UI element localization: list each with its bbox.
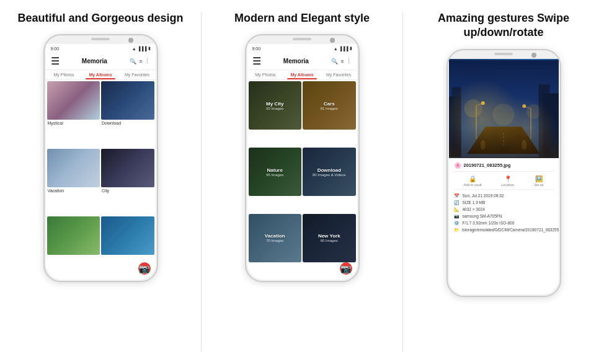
album-count-newyork: 60 Images	[321, 239, 338, 242]
album-item-download[interactable]: Download 80 Images & Videos	[303, 148, 356, 196]
tab-myphotos-1[interactable]: My Photos	[46, 70, 82, 79]
phone-2-speaker	[293, 38, 311, 40]
set-as-label: Set as	[534, 183, 544, 187]
album-overlay-download: Download 80 Images & Videos	[303, 148, 356, 196]
signal-icon-2: ▐▐▐	[339, 47, 349, 51]
album-item-newyork[interactable]: New York 60 Images	[303, 214, 356, 262]
phone-3: 🌸 20190721_083255.jpg 🔒 Add to vault 📍 L…	[446, 49, 561, 297]
album-name-download: Download	[318, 167, 341, 173]
photo-label-vacation: Vacation	[47, 187, 100, 193]
album-count-mycity: 93 Images	[266, 107, 283, 110]
meta-path-text: /storage/emulated/0/DCIM/Camera/20190721…	[462, 228, 559, 232]
search-icon-1[interactable]: 🔍	[130, 58, 136, 64]
tab-myfavs-2[interactable]: My Favorites	[321, 70, 357, 79]
status-bar-2: 9:00 ▲ ▐▐▐ ▮	[247, 44, 357, 53]
meta-dimensions-text: 4032 × 3024	[463, 207, 485, 211]
album-overlay-nature: Nature 95 Images	[249, 148, 302, 196]
photo-grid-1: Mystical Download Vacation City	[46, 80, 156, 280]
photo-thumb-ocean	[101, 216, 154, 255]
folder-icon: 📁	[454, 228, 460, 233]
set-as-btn[interactable]: 🖼️ Set as	[534, 175, 544, 187]
meta-device-text: samsung SM-A705FN	[463, 214, 502, 218]
battery-icon-2: ▮	[350, 46, 352, 51]
fab-1[interactable]: 📷	[138, 262, 151, 275]
photo-cell-city[interactable]: City	[101, 149, 154, 215]
city-photo-full[interactable]	[449, 59, 559, 158]
menu-icon-1[interactable]: ☰	[51, 55, 60, 67]
app-icons-1: 🔍 ≡ ⋮	[130, 58, 150, 64]
more-icon-2[interactable]: ⋮	[346, 58, 352, 64]
photo-label-ocean	[101, 255, 154, 256]
action-row: 🔒 Add to vault 📍 Location 🖼️ Set as	[454, 175, 554, 190]
meta-settings: ⚙️ F/1.7 3.92mm 1/20s ISO-800	[454, 221, 554, 226]
filter-icon-2[interactable]: ≡	[340, 58, 344, 64]
meta-size-text: SIZE 1.9 MB	[463, 200, 486, 205]
photo-cell-plants[interactable]	[47, 216, 100, 278]
album-item-mycity[interactable]: My City 93 Images	[249, 81, 302, 130]
panel-3-title: Amazing gestures Swipe up/down/rotate	[409, 11, 598, 40]
app-title-1: Memoria	[82, 58, 107, 64]
fab-2[interactable]: 📷	[340, 262, 352, 275]
meta-settings-text: F/1.7 3.92mm 1/20s ISO-800	[463, 221, 515, 225]
photo-thumb-plants	[47, 216, 100, 255]
wifi-icon: ▲	[132, 47, 136, 51]
status-bar-1: 9:00 ▲ ▐▐▐ ▮	[46, 44, 156, 53]
size-icon: 🔄	[454, 200, 460, 205]
album-item-cars[interactable]: Cars 81 Images	[303, 81, 356, 130]
panel-2-title: Modern and Elegant style	[234, 11, 370, 25]
meta-dimensions: 📐 4032 × 3024	[454, 207, 554, 212]
location-icon: 📍	[504, 175, 512, 182]
app-icons-2: 🔍 ≡ ⋮	[331, 58, 352, 64]
location-btn[interactable]: 📍 Location	[501, 175, 514, 187]
meta-date-text: Sun, Jul 21 2019 08:32	[463, 193, 504, 198]
app-title-2: Memoria	[283, 58, 309, 64]
app-bar-2: ☰ Memoria 🔍 ≡ ⋮	[247, 53, 357, 70]
panel-1-title: Beautiful and Gorgeous design	[17, 11, 183, 25]
search-icon-2[interactable]: 🔍	[331, 58, 338, 64]
set-as-icon: 🖼️	[535, 175, 543, 182]
phone-2: 9:00 ▲ ▐▐▐ ▮ ☰ Memoria 🔍 ≡ ⋮	[245, 34, 360, 282]
panel-2: Modern and Elegant style 9:00 ▲ ▐▐▐ ▮ ☰ …	[202, 0, 402, 364]
vault-icon: 🔒	[469, 175, 476, 182]
album-name-nature: Nature	[267, 167, 283, 173]
main-container: Beautiful and Gorgeous design 9:00 ▲ ▐▐▐…	[0, 0, 604, 364]
album-item-vacation[interactable]: Vacation 70 Images	[249, 214, 302, 262]
tab-myfavs-1[interactable]: My Favorites	[119, 70, 156, 79]
album-item-nature[interactable]: Nature 95 Images	[249, 148, 302, 196]
photo-cell-vacation[interactable]: Vacation	[47, 149, 100, 215]
time-1: 9:00	[51, 47, 60, 51]
vault-label: Add to vault	[463, 183, 481, 187]
album-overlay-cars: Cars 81 Images	[303, 81, 356, 130]
phone-3-speaker	[494, 53, 513, 55]
filter-icon-1[interactable]: ≡	[139, 58, 142, 64]
file-icon: 🌸	[454, 162, 461, 169]
meta-path: 📁 /storage/emulated/0/DCIM/Camera/201907…	[454, 228, 554, 233]
menu-icon-2[interactable]: ☰	[252, 55, 261, 67]
tab-myphotos-2[interactable]: My Photos	[247, 70, 284, 79]
photo-thumb-vacation	[47, 149, 100, 187]
photo-label-download: Download	[101, 120, 154, 125]
add-to-vault-btn[interactable]: 🔒 Add to vault	[463, 175, 481, 187]
tab-myalbums-1[interactable]: My Albums	[82, 70, 119, 79]
photo-thumb-mystical	[47, 81, 100, 120]
more-icon-1[interactable]: ⋮	[144, 58, 150, 64]
app-bar-1: ☰ Memoria 🔍 ≡ ⋮	[46, 53, 156, 70]
album-overlay-newyork: New York 60 Images	[303, 214, 356, 262]
phone-3-camera	[531, 53, 536, 58]
tab-myalbums-2[interactable]: My Albums	[284, 70, 321, 79]
dimensions-icon: 📐	[454, 207, 460, 212]
phone-2-camera	[330, 38, 335, 43]
photo-label-city: City	[101, 187, 154, 193]
photo-label-plants	[47, 255, 100, 256]
location-label: Location	[501, 183, 514, 187]
photo-cell-mystical[interactable]: Mystical	[47, 81, 100, 148]
phone-1: 9:00 ▲ ▐▐▐ ▮ ☰ Memoria 🔍 ≡ ⋮	[43, 34, 158, 282]
photo-cell-download[interactable]: Download	[101, 81, 154, 148]
camera-icon: 📷	[454, 214, 460, 219]
status-icons-2: ▲ ▐▐▐ ▮	[334, 46, 352, 51]
city-bg	[449, 59, 559, 158]
wifi-icon-2: ▲	[334, 47, 338, 51]
album-overlay-vacation: Vacation 70 Images	[249, 214, 302, 262]
album-count-vacation: 70 Images	[266, 239, 283, 242]
phone-2-screen: 9:00 ▲ ▐▐▐ ▮ ☰ Memoria 🔍 ≡ ⋮	[247, 44, 357, 280]
